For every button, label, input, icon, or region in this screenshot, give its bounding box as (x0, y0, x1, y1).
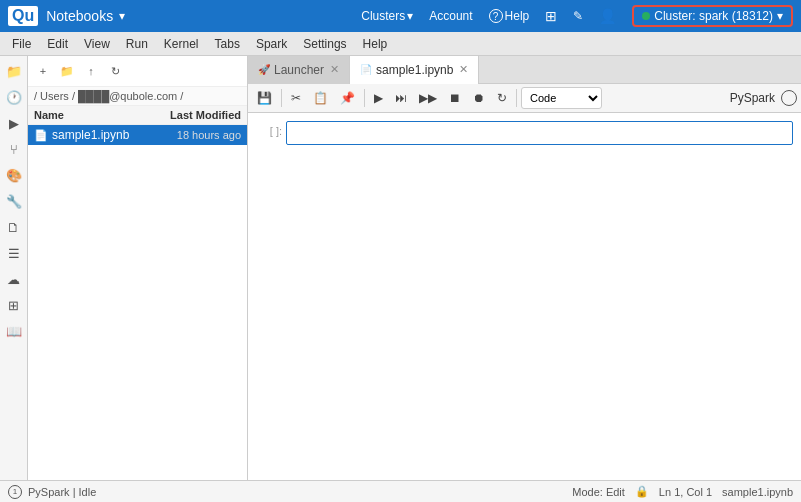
notebook-area: 🚀 Launcher ✕ 📄 sample1.ipynb ✕ 💾 ✂ 📋 📌 ▶… (248, 56, 801, 480)
new-file-button[interactable]: + (32, 60, 54, 82)
status-lock-icon: 🔒 (635, 485, 649, 498)
sample1-tab-close[interactable]: ✕ (459, 63, 468, 76)
breadcrumb: / Users / ████@qubole.com / (28, 87, 247, 106)
clusters-link[interactable]: Clusters ▾ (361, 9, 413, 23)
status-left: 1 PySpark | Idle (8, 485, 96, 499)
run-all-button[interactable]: ▶▶ (414, 87, 442, 109)
main-layout: 📁 🕐 ▶ ⑂ 🎨 🔧 🗋 ☰ ☁ ⊞ 📖 + 📁 ↑ ↻ / Users / … (0, 56, 801, 480)
sidebar-clock-icon[interactable]: 🕐 (3, 86, 25, 108)
menu-help[interactable]: Help (355, 35, 396, 53)
account-link[interactable]: Account (429, 9, 472, 23)
status-right: Mode: Edit 🔒 Ln 1, Col 1 sample1.ipynb (572, 485, 793, 498)
icon-sidebar: 📁 🕐 ▶ ⑂ 🎨 🔧 🗋 ☰ ☁ ⊞ 📖 (0, 56, 28, 480)
sidebar-book-icon[interactable]: 📖 (3, 320, 25, 342)
cell-input-1[interactable] (286, 121, 793, 145)
file-item-sample1[interactable]: 📄 sample1.ipynb 18 hours ago (28, 125, 247, 145)
restart-button[interactable]: ↻ (492, 87, 512, 109)
menu-bar: File Edit View Run Kernel Tabs Spark Set… (0, 32, 801, 56)
run-button[interactable]: ▶ (369, 87, 388, 109)
sidebar-file-icon[interactable]: 🗋 (3, 216, 25, 238)
app-title-dropdown-icon[interactable]: ▾ (119, 9, 125, 23)
status-filename: sample1.ipynb (722, 486, 793, 498)
file-name-sample1: sample1.ipynb (52, 128, 156, 142)
sidebar-wrench-icon[interactable]: 🔧 (3, 190, 25, 212)
refresh-button[interactable]: ↻ (104, 60, 126, 82)
menu-file[interactable]: File (4, 35, 39, 53)
new-folder-button[interactable]: 📁 (56, 60, 78, 82)
notebook-toolbar: 💾 ✂ 📋 📌 ▶ ⏭ ▶▶ ⏹ ⏺ ↻ Code Markdown Raw P… (248, 84, 801, 113)
toolbar-sep-2 (364, 89, 365, 107)
tabs-bar: 🚀 Launcher ✕ 📄 sample1.ipynb ✕ (248, 56, 801, 84)
sidebar-list-icon[interactable]: ☰ (3, 242, 25, 264)
sample1-tab-icon: 📄 (360, 64, 372, 75)
copy-button[interactable]: 📋 (308, 87, 333, 109)
launcher-tab-close[interactable]: ✕ (330, 63, 339, 76)
cell-area: [ ]: (248, 113, 801, 480)
col-modified-header: Last Modified (156, 109, 241, 121)
nb-right: PySpark (730, 90, 797, 106)
toolbar-sep-1 (281, 89, 282, 107)
sidebar-run-icon[interactable]: ▶ (3, 112, 25, 134)
cell-row-1: [ ]: (256, 121, 793, 145)
logo-area: Qu Notebooks ▾ (8, 6, 125, 26)
help-link[interactable]: ? Help (489, 9, 530, 23)
file-panel: + 📁 ↑ ↻ / Users / ████@qubole.com / Name… (28, 56, 248, 480)
status-number-circle: 1 (8, 485, 22, 499)
sidebar-folder-icon[interactable]: 📁 (3, 60, 25, 82)
save-button[interactable]: 💾 (252, 87, 277, 109)
menu-settings[interactable]: Settings (295, 35, 354, 53)
app-title: Notebooks (46, 8, 113, 24)
sidebar-cloud-icon[interactable]: ☁ (3, 268, 25, 290)
cut-button[interactable]: ✂ (286, 87, 306, 109)
cluster-status-dot (642, 12, 650, 20)
grid-icon[interactable]: ⊞ (545, 8, 557, 24)
menu-spark[interactable]: Spark (248, 35, 295, 53)
sidebar-git-icon[interactable]: ⑂ (3, 138, 25, 160)
logo: Qu (8, 6, 38, 26)
file-modified-sample1: 18 hours ago (156, 129, 241, 141)
menu-edit[interactable]: Edit (39, 35, 76, 53)
sample1-tab-label: sample1.ipynb (376, 63, 453, 77)
pyspark-label: PySpark (730, 91, 775, 105)
file-toolbar: + 📁 ↑ ↻ (28, 56, 247, 87)
nav-right: Clusters ▾ Account ? Help ⊞ ✎ 👤 Cluster:… (361, 5, 793, 27)
cluster-name: Cluster: spark (18312) (654, 9, 773, 23)
sidebar-palette-icon[interactable]: 🎨 (3, 164, 25, 186)
tab-launcher[interactable]: 🚀 Launcher ✕ (248, 56, 350, 84)
file-list-header: Name Last Modified (28, 106, 247, 125)
menu-run[interactable]: Run (118, 35, 156, 53)
cell-number-1: [ ]: (256, 121, 286, 137)
edit-icon[interactable]: ✎ (573, 9, 583, 23)
file-list: 📄 sample1.ipynb 18 hours ago (28, 125, 247, 480)
stop-button[interactable]: ⏹ (444, 87, 466, 109)
pyspark-status-circle[interactable] (781, 90, 797, 106)
tab-sample1[interactable]: 📄 sample1.ipynb ✕ (350, 56, 479, 84)
cluster-dropdown-icon: ▾ (777, 9, 783, 23)
menu-kernel[interactable]: Kernel (156, 35, 207, 53)
top-navbar: Qu Notebooks ▾ Clusters ▾ Account ? Help… (0, 0, 801, 32)
sidebar-grid-icon[interactable]: ⊞ (3, 294, 25, 316)
menu-tabs[interactable]: Tabs (207, 35, 248, 53)
status-kernel: PySpark | Idle (28, 486, 96, 498)
menu-view[interactable]: View (76, 35, 118, 53)
cell-type-select[interactable]: Code Markdown Raw (521, 87, 602, 109)
user-icon[interactable]: 👤 (599, 8, 616, 24)
upload-button[interactable]: ↑ (80, 60, 102, 82)
launcher-tab-label: Launcher (274, 63, 324, 77)
col-name-header: Name (34, 109, 156, 121)
launcher-tab-icon: 🚀 (258, 64, 270, 75)
toolbar-sep-3 (516, 89, 517, 107)
status-cursor: Ln 1, Col 1 (659, 486, 712, 498)
file-icon-sample1: 📄 (34, 129, 48, 142)
status-mode: Mode: Edit (572, 486, 625, 498)
paste-button[interactable]: 📌 (335, 87, 360, 109)
help-icon: ? (489, 9, 503, 23)
cluster-badge[interactable]: Cluster: spark (18312) ▾ (632, 5, 793, 27)
record-button[interactable]: ⏺ (468, 87, 490, 109)
run-next-button[interactable]: ⏭ (390, 87, 412, 109)
status-bar: 1 PySpark | Idle Mode: Edit 🔒 Ln 1, Col … (0, 480, 801, 502)
